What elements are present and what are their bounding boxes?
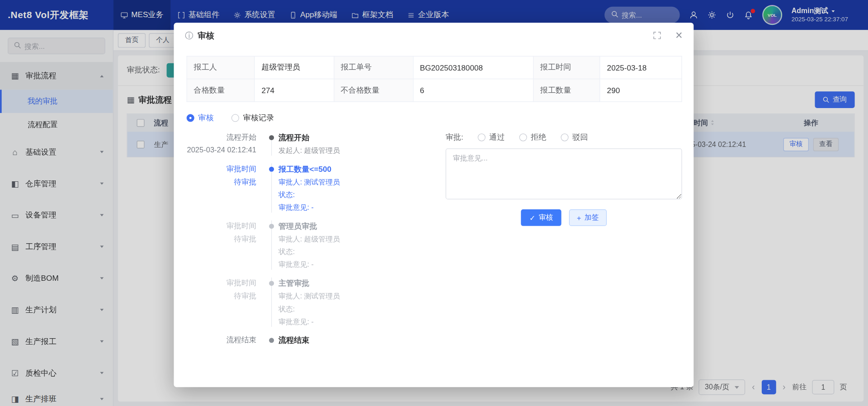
info-value-report-date: 2025-03-18: [600, 56, 682, 79]
info-label: 报工数量: [533, 79, 600, 102]
modal-body: 报工人 超级管理员 报工单号 BG202503180008 报工时间 2025-…: [174, 56, 693, 356]
radio-approve-reject[interactable]: 拒绝: [519, 132, 546, 142]
info-value-report-no: BG202503180008: [413, 56, 533, 79]
info-value-unqualified-qty: 6: [413, 79, 533, 102]
radio-audit[interactable]: 审核: [187, 113, 214, 123]
timeline-item-supervisor-approval: 审批时间 待审批 主管审批 审批人: 测试管理员 状态: 审批意见: -: [187, 278, 443, 335]
info-icon: ⓘ: [185, 30, 193, 41]
fullscreen-icon-button[interactable]: [653, 32, 661, 39]
approval-timeline: 流程开始 2025-03-24 02:12:41 流程开始 发起人: 超级管理员: [187, 132, 443, 356]
audit-modal: ⓘ 审核 × 报工人 超级管理员 报工单号 BG202503180008 报工时…: [174, 23, 693, 387]
timeline-dot: [269, 224, 274, 229]
work-report-info-table: 报工人 超级管理员 报工单号 BG202503180008 报工时间 2025-…: [187, 56, 682, 102]
app-root: .Net8 Vol开发框架 MES业务 基础组件 系统设置 App移动端 框架文…: [0, 0, 868, 406]
timeline-item-admin-approval: 审批时间 待审批 管理员审批 审批人: 超级管理员 状态: 审批意见: -: [187, 221, 443, 278]
approval-comment-input[interactable]: [446, 148, 682, 199]
radio-approve-pass[interactable]: 通过: [478, 132, 505, 142]
check-icon: ✓: [529, 213, 535, 222]
modal-title: 审核: [198, 30, 214, 41]
approval-panel: 审批: 通过 拒绝 驳回: [446, 132, 682, 356]
timeline-dot: [269, 167, 274, 172]
radio-approve-return[interactable]: 驳回: [561, 132, 588, 142]
submit-audit-button[interactable]: ✓ 审核: [521, 209, 561, 226]
info-label: 合格数量: [187, 79, 255, 102]
radio-dot-icon: [478, 133, 486, 141]
info-label: 报工人: [187, 56, 255, 79]
radio-dot-icon: [519, 133, 527, 141]
radio-dot-icon: [561, 133, 568, 141]
info-label: 不合格数量: [334, 79, 413, 102]
info-value-reporter: 超级管理员: [255, 56, 334, 79]
close-icon-button[interactable]: ×: [675, 29, 683, 42]
radio-dot-icon: [187, 114, 194, 122]
plus-icon: +: [577, 213, 581, 222]
timeline-dot: [269, 338, 274, 343]
timeline-item-end: 流程结束 流程结束: [187, 335, 443, 356]
timeline-dot: [269, 281, 274, 286]
info-label: 报工时间: [533, 56, 600, 79]
radio-audit-history[interactable]: 审核记录: [231, 113, 274, 123]
timeline-item-start: 流程开始 2025-03-24 02:12:41 流程开始 发起人: 超级管理员: [187, 132, 443, 164]
modal-header: ⓘ 审核 ×: [174, 23, 693, 48]
view-mode-radios: 审核 审核记录: [187, 113, 682, 123]
timeline-dot: [269, 135, 274, 140]
radio-dot-icon: [231, 114, 239, 122]
info-value-report-qty: 290: [600, 79, 682, 102]
approval-label: 审批:: [446, 132, 463, 142]
info-label: 报工单号: [334, 56, 413, 79]
timeline-item-current-step: 审批时间 待审批 报工数量<=500 审批人: 测试管理员 状态: 审批意见: …: [187, 163, 443, 220]
add-sign-button[interactable]: + 加签: [569, 209, 607, 226]
info-value-qualified-qty: 274: [255, 79, 334, 102]
